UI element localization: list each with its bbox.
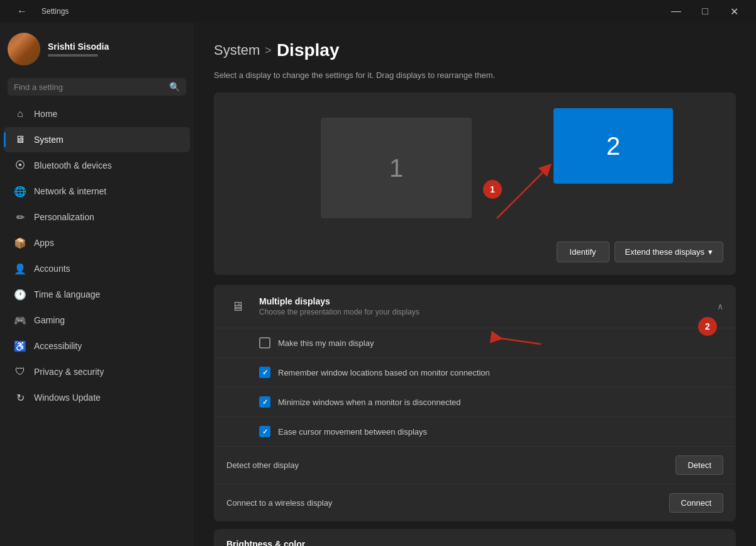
section-chevron-icon: ∧ <box>717 301 723 311</box>
display-preview-container: 1 2 <box>214 92 736 275</box>
sidebar-item-system[interactable]: 🖥System <box>4 127 190 152</box>
sidebar-item-bluetooth[interactable]: ⦿Bluetooth & devices <box>4 153 190 178</box>
brightness-header[interactable]: Brightness & color <box>214 529 736 546</box>
sidebar-item-label-accounts: Accounts <box>34 264 70 274</box>
checkbox-main-display[interactable] <box>259 337 270 348</box>
sidebar-item-accessibility[interactable]: ♿Accessibility <box>4 333 190 359</box>
user-info: Srishti Sisodia <box>48 42 109 57</box>
sidebar-item-personalization[interactable]: ✏Personalization <box>4 204 190 230</box>
accounts-icon: 👤 <box>14 262 26 275</box>
privacy-icon: 🛡 <box>14 365 26 378</box>
system-icon: 🖥 <box>14 133 26 146</box>
setting-label-minimize: Minimize windows when a monitor is disco… <box>278 398 460 407</box>
search-box[interactable]: 🔍 <box>8 78 186 96</box>
connect-button[interactable]: Connect <box>669 493 723 513</box>
page-subtitle: Select a display to change the settings … <box>214 70 736 80</box>
sidebar-item-label-privacy: Privacy & security <box>34 367 104 377</box>
annotation-2: 2 <box>698 317 717 336</box>
minimize-button[interactable]: — <box>662 0 691 23</box>
sidebar-item-privacy[interactable]: 🛡Privacy & security <box>4 359 190 384</box>
sidebar-item-label-bluetooth: Bluetooth & devices <box>34 160 112 170</box>
section-title: Multiple displays <box>259 296 420 306</box>
titlebar-left: ← Settings <box>8 0 69 23</box>
checkbox-remember[interactable] <box>259 367 270 378</box>
network-icon: 🌐 <box>14 185 26 198</box>
svg-line-0 <box>497 168 547 218</box>
section-subtitle: Choose the presentation mode for your di… <box>259 308 420 316</box>
display-2-label: 2 <box>606 132 620 160</box>
setting-row-main-display: Make this my main display 2 <box>214 328 736 358</box>
multiple-displays-icon: 🖥 <box>226 295 249 318</box>
sidebar-item-label-network: Network & internet <box>34 186 106 196</box>
setting-label-main-display: Make this my main display <box>278 338 374 348</box>
displays-area: 1 2 <box>226 105 723 237</box>
titlebar: ← Settings — □ ✕ <box>0 0 756 23</box>
display-2[interactable]: 2 <box>553 108 673 184</box>
sidebar-item-accounts[interactable]: 👤Accounts <box>4 256 190 281</box>
annotation-1: 1 <box>483 180 502 199</box>
extend-button[interactable]: Extend these displays ▾ <box>614 242 723 262</box>
sidebar-item-apps[interactable]: 📦Apps <box>4 230 190 255</box>
gaming-icon: 🎮 <box>14 314 26 326</box>
detect-label: Detect other display <box>226 460 299 470</box>
sidebar-item-label-time: Time & language <box>34 289 100 299</box>
content-inner: System > Display Select a display to cha… <box>194 23 756 546</box>
section-header-multiple-displays[interactable]: 🖥 Multiple displays Choose the presentat… <box>214 285 736 328</box>
checkbox-minimize[interactable] <box>259 396 270 408</box>
setting-row-ease-cursor: Ease cursor movement between displays <box>214 417 736 447</box>
sidebar-item-label-gaming: Gaming <box>34 315 65 325</box>
extend-chevron-icon: ▾ <box>708 247 713 257</box>
breadcrumb: System > Display <box>214 40 736 60</box>
update-icon: ↻ <box>14 391 26 404</box>
titlebar-controls: — □ ✕ <box>662 0 748 23</box>
page-title: Display <box>277 40 340 60</box>
annotation-circle-2: 2 <box>698 317 717 336</box>
sidebar-item-home[interactable]: ⌂Home <box>4 101 190 126</box>
brightness-section: Brightness & color <box>214 529 736 546</box>
accessibility-icon: ♿ <box>14 340 26 352</box>
search-input[interactable] <box>14 82 164 92</box>
setting-row-minimize: Minimize windows when a monitor is disco… <box>214 387 736 417</box>
sidebar-item-update[interactable]: ↻Windows Update <box>4 385 190 410</box>
sidebar-item-time[interactable]: 🕐Time & language <box>4 282 190 307</box>
setting-label-ease-cursor: Ease cursor movement between displays <box>278 427 427 437</box>
user-name: Srishti Sisodia <box>48 42 109 52</box>
personalization-icon: ✏ <box>14 211 26 223</box>
sidebar-item-label-accessibility: Accessibility <box>34 341 82 351</box>
connect-label: Connect to a wireless display <box>226 498 332 508</box>
multiple-displays-section: 🖥 Multiple displays Choose the presentat… <box>214 285 736 521</box>
back-button[interactable]: ← <box>8 0 36 23</box>
sidebar-item-label-personalization: Personalization <box>34 212 94 222</box>
app-body: Srishti Sisodia 🔍 ⌂Home🖥System⦿Bluetooth… <box>0 23 756 546</box>
user-bar <box>48 54 98 57</box>
extend-label: Extend these displays <box>625 247 704 257</box>
breadcrumb-parent[interactable]: System <box>214 42 260 58</box>
search-icon: 🔍 <box>169 82 180 92</box>
checkbox-ease-cursor[interactable] <box>259 426 270 437</box>
sidebar-item-label-home: Home <box>34 109 57 119</box>
display-1[interactable]: 1 <box>321 118 472 218</box>
sidebar-item-label-system: System <box>34 135 64 145</box>
titlebar-title: Settings <box>42 7 69 16</box>
section-body: Make this my main display 2 <box>214 328 736 521</box>
content-area: System > Display Select a display to cha… <box>194 23 756 546</box>
section-header-left: 🖥 Multiple displays Choose the presentat… <box>226 295 420 318</box>
detect-row: Detect other display Detect <box>214 447 736 484</box>
setting-label-remember: Remember window locations based on monit… <box>278 368 490 377</box>
apps-icon: 📦 <box>14 237 26 249</box>
home-icon: ⌂ <box>14 108 26 120</box>
bluetooth-icon: ⦿ <box>14 159 26 172</box>
close-button[interactable]: ✕ <box>720 0 748 23</box>
sidebar: Srishti Sisodia 🔍 ⌂Home🖥System⦿Bluetooth… <box>0 23 194 546</box>
maximize-button[interactable]: □ <box>691 0 720 23</box>
section-title-wrap: Multiple displays Choose the presentatio… <box>259 296 420 316</box>
breadcrumb-separator: > <box>265 44 272 57</box>
connect-row: Connect to a wireless display Connect <box>214 484 736 521</box>
sidebar-item-network[interactable]: 🌐Network & internet <box>4 179 190 204</box>
display-controls: Identify Extend these displays ▾ <box>226 242 723 262</box>
sidebar-item-label-apps: Apps <box>34 238 54 248</box>
detect-button[interactable]: Detect <box>675 455 723 475</box>
annotation-circle-1: 1 <box>483 180 502 199</box>
identify-button[interactable]: Identify <box>557 242 609 262</box>
sidebar-item-gaming[interactable]: 🎮Gaming <box>4 308 190 333</box>
